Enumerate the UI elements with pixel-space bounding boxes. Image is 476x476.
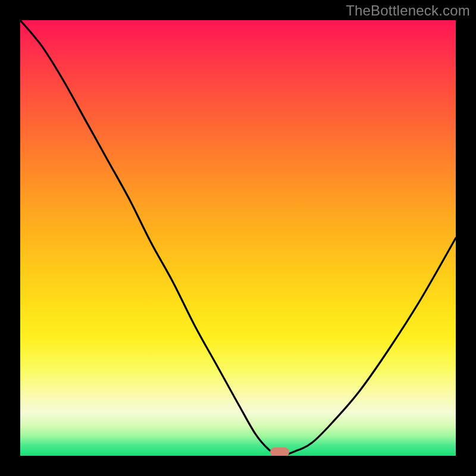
chart-frame: TheBottleneck.com (0, 0, 476, 476)
minimum-marker (270, 447, 289, 456)
watermark-text: TheBottleneck.com (346, 2, 470, 19)
bottleneck-curve (20, 20, 456, 456)
plot-area (20, 20, 456, 456)
curve-path (20, 20, 456, 456)
